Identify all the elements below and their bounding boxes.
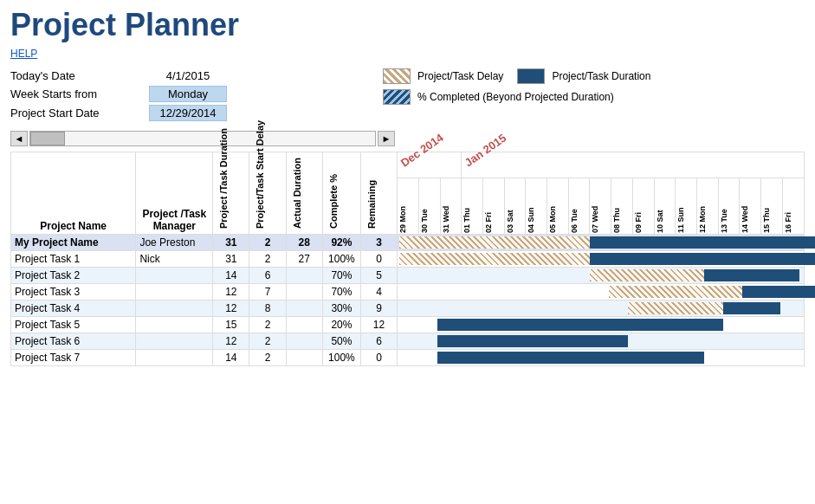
row-manager: Joe Preston [136, 235, 213, 251]
col-header-manager: Project /Task Manager [136, 152, 213, 235]
row-project-name: Project Task 1 [11, 251, 136, 268]
col-header-actual: Actual Duration [286, 152, 322, 235]
date-col-8: 06 Tue [568, 178, 590, 235]
row-cell-0: 31 [213, 251, 249, 268]
row-cell-1: 2 [249, 235, 286, 251]
date-col-15: 13 Tue [718, 178, 740, 235]
row-manager [136, 333, 213, 350]
scroll-right-button[interactable]: ► [378, 131, 395, 146]
row-project-name: Project Task 4 [11, 300, 136, 317]
row-cell-2: 28 [286, 235, 322, 251]
row-gantt-bar [398, 251, 805, 268]
date-col-13: 11 Sun [676, 178, 697, 235]
date-col-18: 16 Fri [782, 178, 804, 235]
solid-bar [590, 236, 815, 249]
row-cell-3: 20% [322, 317, 360, 333]
legend-duration-label: Project/Task Duration [552, 70, 650, 82]
row-cell-0: 14 [213, 268, 249, 284]
solid-bar [590, 253, 815, 265]
scroll-track [29, 131, 376, 146]
date-col-12: 10 Sat [654, 178, 676, 235]
legend-delay-box [383, 68, 411, 84]
row-cell-3: 50% [322, 333, 360, 350]
help-link[interactable]: HELP [10, 48, 37, 60]
row-manager: Nick [136, 251, 213, 268]
table-row: Project Task 7142100%0 [11, 350, 805, 366]
legend-delay-label: Project/Task Delay [417, 70, 503, 82]
row-cell-3: 92% [322, 235, 360, 251]
solid-bar [723, 302, 780, 314]
table-row: Project Task 214670%5 [11, 268, 805, 284]
date-col-17: 15 Thu [761, 178, 783, 235]
legend-beyond-box [383, 89, 411, 105]
row-cell-4: 6 [360, 333, 397, 350]
row-manager [136, 317, 213, 333]
month-jan-header: Jan 2015 [462, 152, 805, 178]
row-cell-4: 9 [360, 300, 397, 317]
solid-bar [742, 286, 815, 298]
solid-bar [704, 269, 799, 281]
week-starts-label: Week Starts from [10, 87, 149, 100]
row-cell-0: 12 [213, 284, 249, 300]
project-start-value[interactable]: 12/29/2014 [149, 105, 227, 121]
table-row: Project Task 612250%6 [11, 333, 805, 350]
row-cell-2 [286, 317, 322, 333]
legend-duration-box [517, 68, 545, 84]
todays-date-value: 4/1/2015 [149, 68, 227, 83]
row-gantt-bar [398, 268, 805, 284]
row-project-name: Project Task 7 [11, 350, 136, 366]
col-header-duration: Project /Task Duration [213, 152, 249, 235]
hatch-bar [628, 302, 723, 314]
date-col-2: 31 Wed [440, 178, 462, 235]
row-cell-2 [286, 333, 322, 350]
date-col-11: 09 Fri [632, 178, 654, 235]
row-cell-1: 2 [249, 317, 286, 333]
date-col-9: 07 Wed [590, 178, 611, 235]
hatch-bar [590, 269, 704, 281]
row-gantt-bar [398, 333, 805, 350]
date-col-4: 02 Fri [482, 178, 504, 235]
table-row: Project Task 412830%9 [11, 300, 805, 317]
date-col-14: 12 Mon [696, 178, 718, 235]
row-cell-3: 100% [322, 350, 360, 366]
row-cell-0: 15 [213, 317, 249, 333]
date-col-10: 08 Thu [611, 178, 633, 235]
todays-date-label: Today's Date [10, 69, 149, 82]
row-cell-1: 2 [249, 350, 286, 366]
solid-bar [437, 352, 704, 364]
scroll-left-button[interactable]: ◄ [10, 131, 28, 146]
row-manager [136, 300, 213, 317]
week-starts-value[interactable]: Monday [149, 86, 227, 102]
row-cell-1: 8 [249, 300, 286, 317]
row-cell-3: 30% [322, 300, 360, 317]
row-gantt-bar [398, 300, 805, 317]
row-cell-4: 3 [360, 235, 397, 251]
legend-beyond-label: % Completed (Beyond Projected Duration) [417, 91, 614, 103]
scroll-thumb[interactable] [30, 132, 65, 145]
row-cell-0: 31 [213, 235, 249, 251]
row-gantt-bar [398, 284, 805, 300]
row-cell-0: 12 [213, 333, 249, 350]
row-cell-3: 70% [322, 284, 360, 300]
hatch-bar [399, 253, 590, 265]
col-header-remaining: Remaining [360, 152, 397, 235]
row-cell-4: 4 [360, 284, 397, 300]
row-cell-4: 0 [360, 251, 397, 268]
row-project-name: My Project Name [11, 235, 136, 251]
row-project-name: Project Task 3 [11, 284, 136, 300]
row-cell-1: 2 [249, 333, 286, 350]
date-col-16: 14 Wed [740, 178, 761, 235]
date-col-7: 05 Mon [547, 178, 569, 235]
row-cell-2 [286, 350, 322, 366]
row-project-name: Project Task 2 [11, 268, 136, 284]
page-title: Project Planner [10, 7, 805, 43]
date-col-1: 30 Tue [418, 178, 440, 235]
solid-bar [437, 335, 628, 347]
date-col-0: 29 Mon [398, 178, 419, 235]
row-project-name: Project Task 6 [11, 333, 136, 350]
table-row: Project Task 312770%4 [11, 284, 805, 300]
table-row: My Project NameJoe Preston3122892%3 [11, 235, 805, 251]
col-header-project: Project Name [11, 152, 136, 235]
row-cell-2 [286, 300, 322, 317]
date-col-5: 03 Sat [504, 178, 526, 235]
